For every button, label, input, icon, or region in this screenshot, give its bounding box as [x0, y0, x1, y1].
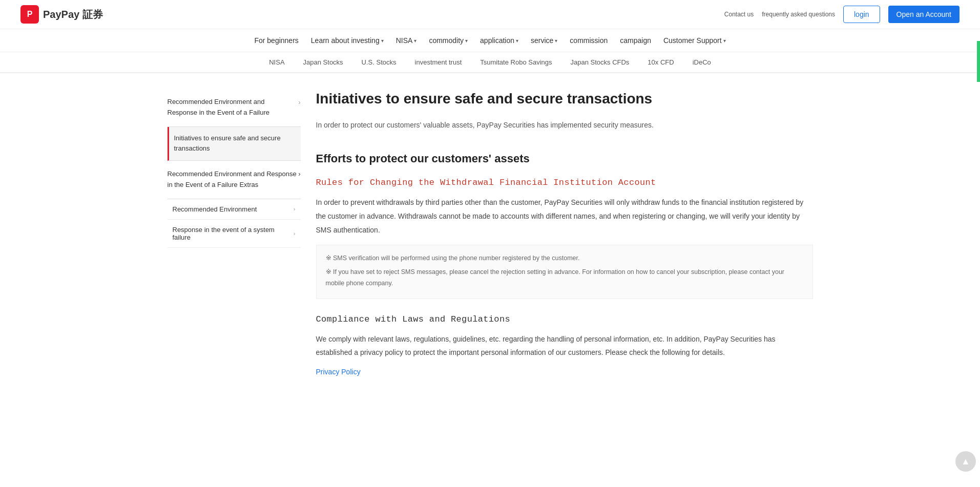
header-links: Contact us frequently asked questions [724, 10, 835, 19]
sidebar-parent-2[interactable]: Recommended Environment and Response in … [168, 161, 301, 199]
sidebar-sub-label-0: Recommended Environment [173, 205, 257, 213]
note-item-2: ※ If you have set to reject SMS messages… [326, 266, 803, 289]
note-item-1: ※ SMS verification will be performed usi… [326, 252, 803, 264]
scroll-indicator [977, 41, 980, 82]
login-button[interactable]: login [843, 6, 880, 23]
chevron-right-icon-3: › [294, 206, 296, 212]
nav-item-learn[interactable]: Learn about investing ▾ [311, 36, 384, 45]
sidebar-sub-label-1: Response in the event of a system failur… [173, 226, 294, 241]
sub-nav-investment-trust[interactable]: investment trust [406, 52, 471, 73]
main-layout: Recommended Environment and Response in … [157, 73, 823, 391]
nav-item-campaign[interactable]: campaign [620, 36, 651, 45]
nav-item-service[interactable]: service ▾ [531, 36, 557, 45]
chevron-right-icon-4: › [294, 230, 296, 237]
faq-link[interactable]: frequently asked questions [762, 10, 835, 19]
sidebar-parent-2-label: Recommended Environment and Response in … [168, 169, 299, 190]
nav-item-commodity[interactable]: commodity ▾ [429, 36, 468, 45]
nav-item-nisa[interactable]: NISA ▾ [396, 36, 417, 45]
chevron-down-icon: ▾ [465, 38, 468, 44]
chevron-down-icon: ▾ [723, 38, 726, 44]
subsection2-title: Compliance with Laws and Regulations [316, 314, 813, 324]
logo-text: PayPay 証券 [43, 8, 103, 22]
page-title: Initiatives to ensure safe and secure tr… [316, 89, 813, 109]
sub-nav-japan-stocks[interactable]: Japan Stocks [294, 52, 352, 73]
chevron-right-icon-2: › [298, 169, 300, 180]
sidebar-sub-item-0[interactable]: Recommended Environment › [168, 199, 301, 220]
sub-nav-nisa[interactable]: NISA [260, 52, 294, 73]
sub-nav-tsumitate[interactable]: Tsumitate Robo Savings [471, 52, 561, 73]
chevron-down-icon: ▾ [414, 38, 416, 44]
contact-link[interactable]: Contact us [724, 10, 754, 19]
sub-nav-ideco[interactable]: iDeCo [683, 52, 720, 73]
content-intro: In order to protect our customers' valua… [316, 119, 813, 132]
note-box: ※ SMS verification will be performed usi… [316, 245, 813, 299]
nav-item-beginners[interactable]: For beginners [254, 36, 298, 45]
sidebar-active-child[interactable]: Initiatives to ensure safe and secure tr… [168, 127, 301, 161]
nav-item-application[interactable]: application ▾ [480, 36, 518, 45]
chevron-down-icon: ▾ [381, 38, 384, 44]
privacy-policy-link[interactable]: Privacy Policy [316, 368, 361, 376]
sidebar-child-label: Initiatives to ensure safe and secure tr… [174, 133, 296, 155]
content-area: Initiatives to ensure safe and secure tr… [316, 89, 813, 376]
subsection2-para: We comply with relevant laws, regulation… [316, 332, 813, 359]
sidebar-sub-item-1[interactable]: Response in the event of a system failur… [168, 220, 301, 248]
chevron-down-icon: ▾ [516, 38, 518, 44]
sub-nav-us-stocks[interactable]: U.S. Stocks [352, 52, 406, 73]
sub-nav-10x-cfd[interactable]: 10x CFD [638, 52, 683, 73]
nav-bar: For beginners Learn about investing ▾ NI… [0, 29, 980, 52]
logo-icon: P [20, 5, 39, 24]
subsection1-para: In order to prevent withdrawals by third… [316, 196, 813, 237]
chevron-right-icon: › [299, 98, 301, 108]
sub-nav: NISA Japan Stocks U.S. Stocks investment… [0, 52, 980, 73]
logo-area: P PayPay 証券 [20, 5, 103, 24]
open-account-button[interactable]: Open an Account [888, 6, 960, 23]
header: P PayPay 証券 Contact us frequently asked … [0, 0, 980, 29]
subsection1-title: Rules for Changing the Withdrawal Financ… [316, 178, 813, 187]
header-right: Contact us frequently asked questions lo… [724, 6, 960, 23]
sidebar-parent-1-label: Recommended Environment and Response in … [168, 97, 295, 118]
nav-item-commission[interactable]: commission [570, 36, 608, 45]
sub-nav-cfds[interactable]: Japan Stocks CFDs [561, 52, 638, 73]
chevron-down-icon: ▾ [555, 38, 557, 44]
sidebar: Recommended Environment and Response in … [168, 89, 301, 376]
nav-item-support[interactable]: Customer Support ▾ [663, 36, 726, 45]
section1-title: Efforts to protect our customers' assets [316, 152, 813, 165]
sidebar-parent-1[interactable]: Recommended Environment and Response in … [168, 89, 301, 127]
